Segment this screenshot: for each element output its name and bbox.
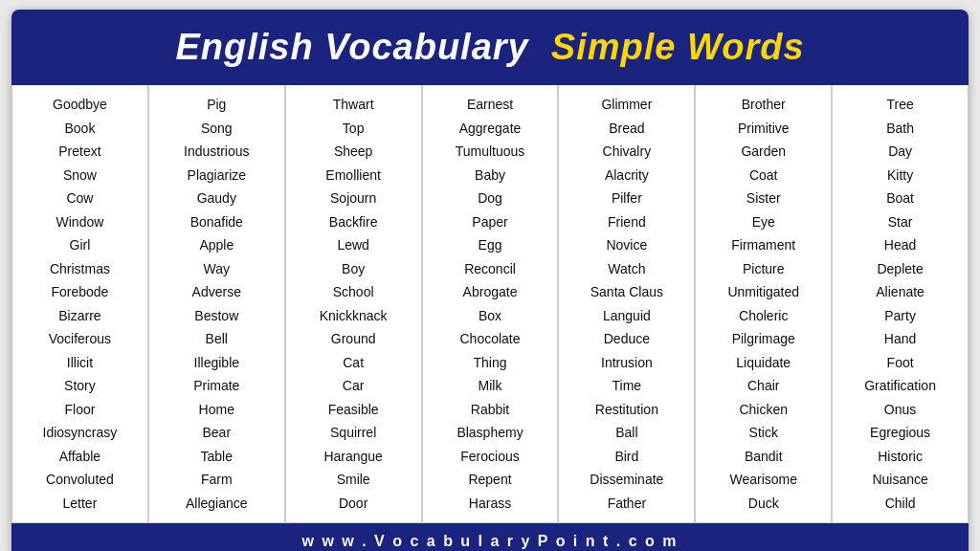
- word-item: Chocolate: [427, 327, 554, 351]
- word-item: Way: [153, 257, 280, 281]
- word-item: Book: [16, 117, 144, 141]
- word-item: Vociferous: [16, 327, 144, 351]
- word-item: Rabbit: [427, 398, 554, 422]
- word-item: Onus: [836, 398, 964, 422]
- footer: w w w . V o c a b u l a r y P o i n t . …: [11, 523, 969, 551]
- word-item: Egregious: [836, 421, 964, 445]
- word-item: Top: [290, 117, 417, 141]
- word-item: Knickknack: [290, 304, 417, 328]
- word-item: Bestow: [153, 304, 280, 328]
- word-item: Plagiarize: [153, 164, 280, 187]
- column-2: PigSongIndustriousPlagiarizeGaudyBonafid…: [149, 85, 286, 522]
- word-item: Head: [836, 233, 964, 257]
- word-item: Pilgrimage: [700, 327, 827, 351]
- word-item: Baby: [427, 164, 554, 187]
- word-item: Boy: [290, 257, 417, 281]
- word-item: Duck: [700, 492, 827, 516]
- word-item: Ball: [563, 421, 690, 445]
- word-item: Ground: [290, 327, 417, 351]
- word-item: Alienate: [836, 280, 964, 304]
- word-item: Illegible: [153, 351, 280, 375]
- word-item: Tree: [836, 93, 964, 117]
- word-item: Coat: [700, 164, 827, 187]
- word-item: Lewd: [290, 233, 417, 257]
- word-item: Choleric: [700, 304, 827, 328]
- title-white: English Vocabulary: [175, 27, 528, 67]
- word-item: Intrusion: [563, 351, 690, 375]
- column-5: GlimmerBreadChivalryAlacrityPilferFriend…: [559, 85, 696, 522]
- word-item: Convoluted: [16, 468, 144, 492]
- word-item: Milk: [427, 374, 554, 398]
- word-item: Bear: [153, 421, 280, 445]
- word-item: Sojourn: [290, 187, 417, 210]
- word-item: Bonafide: [153, 210, 280, 234]
- word-table: GoodbyeBookPretextSnowCowWindowGirlChris…: [11, 85, 969, 523]
- word-item: Goodbye: [16, 93, 144, 117]
- word-item: Time: [563, 374, 690, 398]
- page-title: English Vocabulary Simple Words: [34, 27, 946, 68]
- word-item: Window: [16, 210, 144, 234]
- word-item: Bread: [563, 117, 690, 141]
- title-yellow: Simple Words: [551, 27, 805, 67]
- word-item: Deplete: [836, 257, 964, 281]
- word-item: Box: [427, 304, 554, 328]
- word-item: Door: [290, 492, 417, 516]
- word-item: Primate: [153, 374, 280, 398]
- word-item: Christmas: [16, 257, 144, 281]
- word-item: Aggregate: [427, 117, 554, 141]
- word-item: Liquidate: [700, 351, 827, 375]
- word-item: Boat: [836, 187, 964, 210]
- word-item: Disseminate: [563, 468, 690, 492]
- word-item: School: [290, 280, 417, 304]
- word-item: Gaudy: [153, 187, 280, 210]
- word-item: Wearisome: [700, 468, 827, 492]
- column-4: EarnestAggregateTumultuousBabyDogPaperEg…: [423, 85, 560, 522]
- word-item: Pilfer: [563, 187, 690, 210]
- word-item: Letter: [16, 492, 144, 516]
- word-item: Apple: [153, 233, 280, 257]
- word-item: Home: [153, 398, 280, 422]
- word-item: Cow: [16, 187, 144, 210]
- word-item: Illicit: [16, 351, 144, 375]
- word-item: Party: [836, 304, 964, 328]
- word-item: Sister: [700, 187, 827, 210]
- word-item: Pretext: [16, 140, 144, 164]
- word-item: Alacrity: [563, 164, 690, 187]
- word-item: Stick: [700, 421, 827, 445]
- word-item: Chair: [700, 374, 827, 398]
- word-item: Father: [563, 492, 690, 516]
- word-item: Ferocious: [427, 445, 554, 469]
- word-item: Car: [290, 374, 417, 398]
- word-item: Chicken: [700, 398, 827, 422]
- word-item: Girl: [16, 233, 144, 257]
- word-item: Egg: [427, 233, 554, 257]
- word-item: Backfire: [290, 210, 417, 234]
- word-item: Tumultuous: [427, 140, 554, 164]
- word-item: Abrogate: [427, 280, 554, 304]
- word-item: Bell: [153, 327, 280, 351]
- word-item: Smile: [290, 468, 417, 492]
- word-item: Floor: [16, 398, 144, 422]
- word-item: Firmament: [700, 233, 827, 257]
- word-item: Adverse: [153, 280, 280, 304]
- word-item: Squirrel: [290, 421, 417, 445]
- word-item: Industrious: [153, 140, 280, 164]
- word-item: Primitive: [700, 117, 827, 141]
- word-item: Emollient: [290, 164, 417, 187]
- word-item: Languid: [563, 304, 690, 328]
- main-card: English Vocabulary Simple Words GoodbyeB…: [11, 10, 969, 551]
- word-item: Harass: [427, 492, 554, 516]
- word-item: Nuisance: [836, 468, 964, 492]
- word-item: Brother: [700, 93, 827, 117]
- word-item: Table: [153, 445, 280, 469]
- word-item: Forebode: [16, 280, 144, 304]
- word-item: Farm: [153, 468, 280, 492]
- word-item: Story: [16, 374, 144, 398]
- word-item: Foot: [836, 351, 964, 375]
- word-item: Harangue: [290, 445, 417, 469]
- word-item: Day: [836, 140, 964, 164]
- word-item: Child: [836, 492, 964, 516]
- word-item: Gratification: [836, 374, 964, 398]
- word-item: Blasphemy: [427, 421, 554, 445]
- word-item: Repent: [427, 468, 554, 492]
